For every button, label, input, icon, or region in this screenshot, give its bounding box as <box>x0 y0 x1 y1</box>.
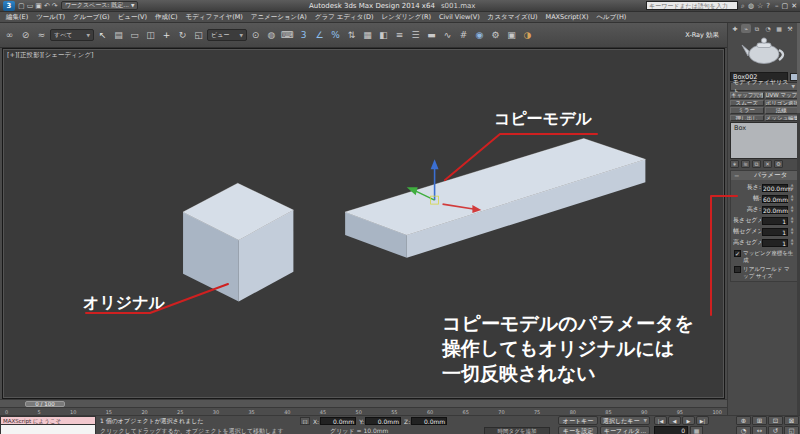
maxscript-mini-listener-line[interactable] <box>0 425 96 434</box>
create-tab-icon[interactable]: ✚ <box>730 24 740 33</box>
select-and-move-icon[interactable]: + <box>159 27 174 43</box>
axis-value-field[interactable]: 0.0mm <box>365 417 401 425</box>
infocenter-search-input[interactable] <box>646 1 738 10</box>
edit-named-selection-sets-icon[interactable]: ▦ <box>360 27 375 43</box>
modifier-button[interactable]: キャップ穴埋め <box>730 92 764 99</box>
minimize-button[interactable]: – <box>775 2 779 10</box>
search-icon[interactable]: ⌕ <box>741 2 745 10</box>
render-production-icon[interactable]: ◑ <box>520 27 535 43</box>
spinner-arrows[interactable]: ▲ ▼ <box>789 239 795 246</box>
menu-item[interactable]: 編集(E) <box>2 13 32 22</box>
show-end-result-icon[interactable]: ≋ <box>741 160 750 168</box>
make-unique-icon[interactable]: ⧉ <box>752 160 761 168</box>
parameter-value-field[interactable]: 1 <box>762 228 788 236</box>
graphite-ribbon-icon[interactable]: ▬ <box>424 27 439 43</box>
close-button[interactable]: ✕ <box>791 2 797 10</box>
current-frame-field[interactable]: 0 <box>654 426 688 434</box>
field-of-view-icon[interactable]: ◔ <box>736 426 751 434</box>
display-tab-icon[interactable]: ▦ <box>774 24 784 33</box>
viewport[interactable]: [+][正投影][シェーディング] <box>2 48 725 399</box>
maximize-viewport-icon[interactable]: ◱ <box>784 426 799 434</box>
time-slider[interactable]: 0 / 100 <box>0 400 727 408</box>
modifier-button[interactable]: ミラー <box>730 107 764 114</box>
spinner-down-icon[interactable]: ▼ <box>789 221 795 225</box>
zoom-extents-icon[interactable]: ⊡ <box>768 416 783 425</box>
spinner-down-icon[interactable]: ▼ <box>789 188 795 192</box>
align-icon[interactable]: ≡ <box>392 27 407 43</box>
modify-tab-icon[interactable]: ⌁ <box>741 24 751 33</box>
set-key-button[interactable]: キーを設定 <box>558 426 598 434</box>
menu-item[interactable]: Civil View(V) <box>435 13 484 21</box>
parameter-value-field[interactable]: 1 <box>762 217 788 225</box>
parameter-value-field[interactable]: 200.0mm <box>762 184 788 192</box>
spinner-down-icon[interactable]: ▼ <box>789 199 795 203</box>
menu-item[interactable]: 作成(C) <box>151 13 182 22</box>
schematic-view-icon[interactable]: # <box>456 27 471 43</box>
original-box-model[interactable] <box>183 183 293 301</box>
render-setup-icon[interactable]: ⚙ <box>488 27 503 43</box>
axis-value-field[interactable]: 0.0mm <box>320 417 356 425</box>
spinner-snap-icon[interactable]: ⇅ <box>344 27 359 43</box>
time-slider-handle[interactable]: 0 / 100 <box>25 401 65 407</box>
play-icon[interactable]: ▶ <box>682 416 695 425</box>
rectangular-selection-region-icon[interactable]: ▭ <box>127 27 142 43</box>
selected-key-select[interactable]: 選択したキー▼ <box>600 416 650 425</box>
time-tag-field[interactable]: 時間タグを追加 <box>484 427 550 434</box>
remove-modifier-icon[interactable]: ✕ <box>763 160 772 168</box>
stack-item-box[interactable]: Box <box>731 123 797 133</box>
hierarchy-tab-icon[interactable]: ⧉ <box>752 24 762 33</box>
real-world-map-size-checkbox[interactable] <box>734 266 741 273</box>
motion-tab-icon[interactable]: ◔ <box>763 24 773 33</box>
modifier-list-dropdown[interactable]: モディファイヤリスト ▼ <box>730 82 798 91</box>
select-and-manipulate-icon[interactable]: ◍ <box>264 27 279 43</box>
absolute-offset-mode-toggle[interactable]: ⊡ <box>300 417 310 425</box>
keyboard-shortcut-override-icon[interactable]: ⌨ <box>280 27 295 43</box>
reference-coordinate-system-select[interactable]: ビュー▼ <box>207 29 247 41</box>
auto-key-button[interactable]: オートキー <box>558 416 598 425</box>
curve-editor-icon[interactable]: ∿ <box>440 27 455 43</box>
key-filters-button[interactable]: キーフィルタ... <box>600 426 650 434</box>
menu-item[interactable]: グラフ エディタ(D) <box>311 13 378 22</box>
previous-frame-icon[interactable]: ◀ <box>668 416 681 425</box>
modifier-button[interactable]: 押し出し <box>730 115 764 122</box>
menu-item[interactable]: ヘルプ(H) <box>592 13 630 22</box>
manage-layers-icon[interactable]: ☰ <box>408 27 423 43</box>
axis-value-field[interactable]: 0.0mm <box>411 417 447 425</box>
zoom-extents-all-icon[interactable]: ⊠ <box>784 416 799 425</box>
spinner-down-icon[interactable]: ▼ <box>789 210 795 214</box>
modifier-button[interactable]: UVW マップ <box>765 92 799 99</box>
menu-item[interactable]: カスタマイズ(U) <box>484 13 542 22</box>
snap-toggle-3d-icon[interactable]: 3 <box>296 27 311 43</box>
selection-filter-select[interactable]: すべて▼ <box>50 29 94 41</box>
utilities-tab-icon[interactable]: ⚒ <box>785 24 795 33</box>
configure-modifier-sets-icon[interactable]: ⚙ <box>774 160 783 168</box>
menu-item[interactable]: ビュー(V) <box>114 13 151 22</box>
menu-item[interactable]: グループ(G) <box>69 13 114 22</box>
maxscript-macro-recorder-line[interactable]: MAXScript にようこそ <box>0 416 96 425</box>
parameter-value-field[interactable]: 1 <box>762 239 788 247</box>
favorites-star-icon[interactable]: ☆ <box>757 2 763 10</box>
zoom-icon[interactable]: ⊕ <box>736 416 751 425</box>
pin-stack-icon[interactable]: ∗ <box>730 160 739 168</box>
window-crossing-icon[interactable]: ◫ <box>143 27 158 43</box>
menu-item[interactable]: MAXScript(X) <box>542 13 593 21</box>
bind-to-space-warp-icon[interactable]: ≈ <box>34 27 49 43</box>
viewport-label[interactable]: [+][正投影][シェーディング] <box>7 51 94 60</box>
modifier-button[interactable]: ポリゴン選択 <box>765 100 799 107</box>
modifier-button[interactable]: メッシュ編集 <box>765 115 799 122</box>
spinner-arrows[interactable]: ▲ ▼ <box>789 217 795 224</box>
select-and-rotate-icon[interactable]: ↻ <box>175 27 190 43</box>
modifier-stack[interactable]: Box <box>730 122 798 159</box>
generate-mapping-coords-checkbox[interactable]: ✓ <box>734 250 741 257</box>
save-file-icon[interactable]: ▣ <box>35 1 42 11</box>
spinner-arrows[interactable]: ▲ ▼ <box>789 184 795 191</box>
parameter-value-field[interactable]: 20.0mm <box>762 206 788 214</box>
menu-item[interactable]: レンダリング(R) <box>377 13 435 22</box>
orbit-icon[interactable]: ↺ <box>768 426 783 434</box>
use-pivot-point-center-icon[interactable]: ⊙ <box>248 27 263 43</box>
menu-item[interactable]: ツール(T) <box>32 13 69 22</box>
material-editor-icon[interactable]: ◉ <box>472 27 487 43</box>
app-logo[interactable]: 3 <box>3 1 15 11</box>
maximize-button[interactable]: ▢ <box>782 2 789 10</box>
pan-icon[interactable]: ↔ <box>752 426 767 434</box>
